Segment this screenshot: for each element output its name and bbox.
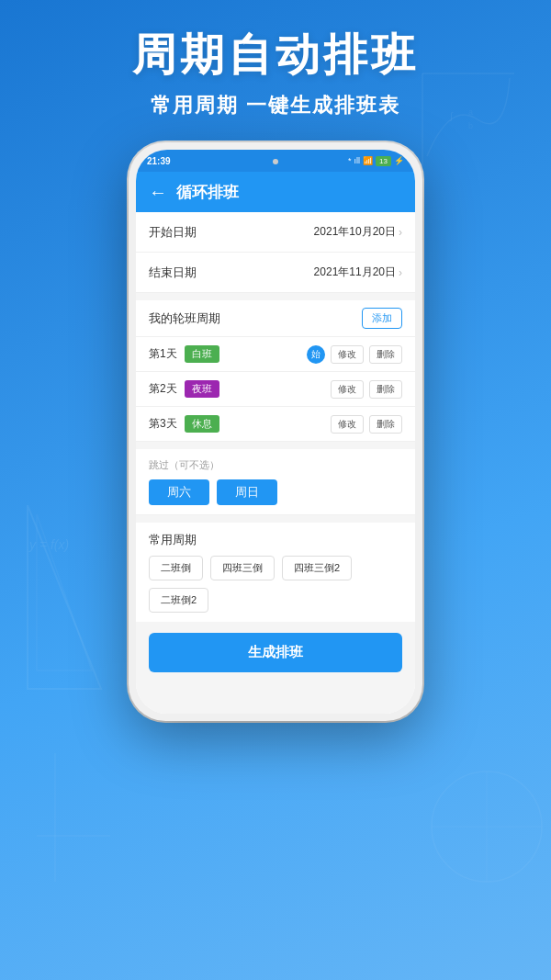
modify-button-3[interactable]: 修改 [331, 415, 364, 434]
shift-badge-3: 休息 [185, 415, 219, 433]
delete-button-1[interactable]: 删除 [369, 345, 402, 364]
common-label: 常用周期 [149, 532, 402, 548]
gap-1 [136, 293, 415, 300]
shift-row-2: 第2天 夜班 修改 删除 [136, 372, 415, 407]
gap-2 [136, 442, 415, 449]
nav-bar: ← 循环排班 [136, 172, 415, 212]
preset-button-3[interactable]: 四班三倒2 [282, 556, 352, 580]
nav-title: 循环排班 [176, 182, 239, 203]
start-date-label: 开始日期 [149, 224, 197, 241]
battery-icon: 13 [376, 156, 391, 166]
generate-button[interactable]: 生成排班 [149, 633, 402, 672]
page-subtitle: 常用周期 一键生成排班表 [0, 92, 551, 119]
svg-text:y = f(x): y = f(x) [28, 537, 69, 552]
add-shift-button[interactable]: 添加 [362, 308, 402, 329]
signal-icon: ıll [354, 156, 361, 165]
svg-text:b: b [468, 121, 473, 130]
shift-row-1: 第1天 白班 始 修改 删除 [136, 337, 415, 372]
status-time: 21:39 [147, 156, 171, 166]
start-date-chevron: › [399, 226, 402, 239]
shifts-label: 我的轮班周期 [149, 310, 220, 327]
end-date-chevron: › [399, 266, 402, 279]
shift-day-3: 第3天 [149, 416, 177, 432]
charge-icon: ⚡ [394, 156, 404, 165]
phone-mockup: 21:39 * ıll 📶 13 ⚡ ← 循环排班 开始日期 [129, 142, 422, 721]
modify-button-1[interactable]: 修改 [331, 345, 364, 364]
preset-button-1[interactable]: 二班倒 [149, 556, 203, 580]
preset-button-4[interactable]: 二班倒2 [149, 588, 208, 613]
end-date-label: 结束日期 [149, 265, 197, 281]
generate-section: 生成排班 [136, 622, 415, 680]
phone-outer: 21:39 * ıll 📶 13 ⚡ ← 循环排班 开始日期 [129, 142, 422, 721]
shifts-section-header: 我的轮班周期 添加 [136, 300, 415, 337]
shift-start-marker: 始 [307, 345, 325, 364]
skip-buttons: 周六 周日 [149, 479, 402, 505]
end-date-value: 2021年11月20日 › [314, 265, 402, 280]
delete-button-2[interactable]: 删除 [369, 380, 402, 399]
skip-sunday-button[interactable]: 周日 [217, 479, 277, 505]
shift-day-2: 第2天 [149, 381, 177, 397]
preset-button-2[interactable]: 四班三倒 [210, 556, 275, 580]
modify-button-2[interactable]: 修改 [331, 380, 364, 399]
shift-badge-2: 夜班 [185, 380, 219, 398]
gap-3 [136, 515, 415, 523]
start-date-value: 2021年10月20日 › [314, 224, 402, 240]
delete-button-3[interactable]: 删除 [369, 415, 402, 434]
shift-row-3: 第3天 休息 修改 删除 [136, 407, 415, 442]
status-icons: * ıll 📶 13 ⚡ [348, 156, 404, 166]
skip-label: 跳过（可不选） [149, 458, 402, 472]
phone-dot [273, 159, 278, 164]
bluetooth-icon: * [348, 156, 352, 165]
end-date-row[interactable]: 结束日期 2021年11月20日 › [136, 253, 415, 293]
back-button[interactable]: ← [149, 182, 167, 203]
shift-day-1: 第1天 [149, 346, 177, 362]
skip-saturday-button[interactable]: 周六 [149, 479, 209, 505]
page-main-title: 周期自动排班 [0, 26, 551, 84]
content-area: 开始日期 2021年10月20日 › 结束日期 2021年11月20日 › [136, 212, 415, 714]
phone-inner: 21:39 * ıll 📶 13 ⚡ ← 循环排班 开始日期 [136, 150, 415, 714]
preset-buttons: 二班倒 四班三倒 四班三倒2 二班倒2 [149, 556, 402, 613]
shift-badge-1: 白班 [185, 345, 219, 363]
start-date-row[interactable]: 开始日期 2021年10月20日 › [136, 212, 415, 253]
wifi-icon: 📶 [363, 156, 373, 165]
skip-section: 跳过（可不选） 周六 周日 [136, 449, 415, 515]
common-section: 常用周期 二班倒 四班三倒 四班三倒2 二班倒2 [136, 523, 415, 622]
svg-marker-0 [28, 505, 101, 689]
